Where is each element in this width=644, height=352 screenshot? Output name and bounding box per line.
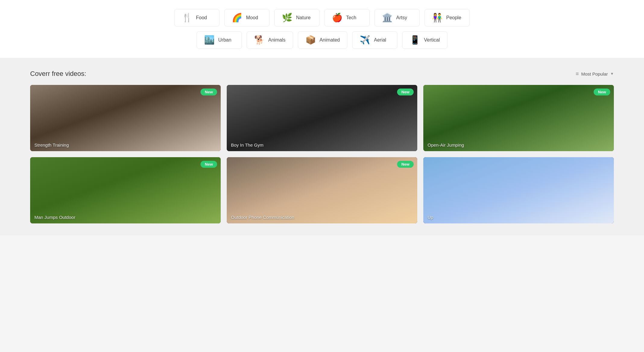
tech-label: Tech xyxy=(346,15,356,20)
urban-icon: 🏙️ xyxy=(204,36,215,44)
category-nature[interactable]: 🌿Nature xyxy=(274,9,320,26)
animated-label: Animated xyxy=(320,37,340,43)
people-icon: 👫 xyxy=(432,14,443,22)
aerial-icon: ✈️ xyxy=(360,36,370,44)
category-tech[interactable]: 🍎Tech xyxy=(324,9,370,26)
video-thumbnail-boy-in-gym: New xyxy=(227,85,417,151)
new-badge-man-jumps-outdoor: New xyxy=(200,161,217,168)
mood-icon: 🌈 xyxy=(232,14,242,22)
video-card-open-air-jumping[interactable]: NewOpen-Air Jumping xyxy=(423,85,614,151)
video-title-open-air-jumping: Open-Air Jumping xyxy=(428,142,464,148)
video-title-up: Up xyxy=(428,215,433,220)
video-card-man-jumps-outdoor[interactable]: NewMan Jumps Outdoor xyxy=(30,157,221,223)
categories-section: 🍴Food🌈Mood🌿Nature🍎Tech🏛️Artsy👫People 🏙️U… xyxy=(0,0,644,58)
category-artsy[interactable]: 🏛️Artsy xyxy=(374,9,420,26)
animated-icon: 📦 xyxy=(305,36,316,44)
video-thumbnail-up xyxy=(423,157,614,223)
new-badge-open-air-jumping: New xyxy=(594,89,610,95)
category-urban[interactable]: 🏙️Urban xyxy=(197,31,242,49)
video-title-outdoor-phone: Outdoor Phone Communication xyxy=(231,215,294,220)
nature-icon: 🌿 xyxy=(282,14,292,22)
animals-label: Animals xyxy=(268,37,286,43)
videos-grid: NewStrength TrainingNewBoy In The GymNew… xyxy=(30,85,614,223)
videos-title: Coverr free videos: xyxy=(30,70,86,78)
category-aerial[interactable]: ✈️Aerial xyxy=(352,31,397,49)
video-card-outdoor-phone[interactable]: NewOutdoor Phone Communication xyxy=(227,157,417,223)
video-thumbnail-open-air-jumping: New xyxy=(423,85,614,151)
categories-row-1: 🍴Food🌈Mood🌿Nature🍎Tech🏛️Artsy👫People xyxy=(54,9,590,26)
urban-label: Urban xyxy=(218,37,232,43)
videos-section: Coverr free videos: ≡ Most Popular ▼ New… xyxy=(0,58,644,235)
new-badge-strength-training: New xyxy=(200,89,217,95)
new-badge-outdoor-phone: New xyxy=(397,161,414,168)
new-badge-boy-in-gym: New xyxy=(397,89,414,95)
people-label: People xyxy=(446,15,461,20)
sort-label: Most Popular xyxy=(581,71,608,76)
category-mood[interactable]: 🌈Mood xyxy=(224,9,270,26)
artsy-icon: 🏛️ xyxy=(382,14,393,22)
video-title-boy-in-gym: Boy In The Gym xyxy=(231,142,264,148)
nature-label: Nature xyxy=(296,15,311,20)
animals-icon: 🐕 xyxy=(254,36,265,44)
vertical-label: Vertical xyxy=(424,37,440,43)
video-thumbnail-strength-training: New xyxy=(30,85,221,151)
video-title-strength-training: Strength Training xyxy=(34,142,69,148)
video-card-boy-in-gym[interactable]: NewBoy In The Gym xyxy=(227,85,417,151)
category-food[interactable]: 🍴Food xyxy=(174,9,219,26)
food-icon: 🍴 xyxy=(182,14,192,22)
category-animated[interactable]: 📦Animated xyxy=(298,31,348,49)
artsy-label: Artsy xyxy=(396,15,407,20)
aerial-label: Aerial xyxy=(374,37,386,43)
category-people[interactable]: 👫People xyxy=(425,9,470,26)
videos-header: Coverr free videos: ≡ Most Popular ▼ xyxy=(30,70,614,78)
chevron-down-icon: ▼ xyxy=(610,72,614,76)
category-vertical[interactable]: 📱Vertical xyxy=(402,31,447,49)
mood-label: Mood xyxy=(246,15,258,20)
vertical-icon: 📱 xyxy=(410,36,420,44)
food-label: Food xyxy=(196,15,207,20)
video-thumbnail-outdoor-phone: New xyxy=(227,157,417,223)
categories-row-2: 🏙️Urban🐕Animals📦Animated✈️Aerial📱Vertica… xyxy=(54,31,590,49)
sort-icon: ≡ xyxy=(576,71,579,77)
video-card-up[interactable]: Up xyxy=(423,157,614,223)
video-thumbnail-man-jumps-outdoor: New xyxy=(30,157,221,223)
video-title-man-jumps-outdoor: Man Jumps Outdoor xyxy=(34,215,75,220)
sort-control[interactable]: ≡ Most Popular ▼ xyxy=(576,71,614,77)
video-card-strength-training[interactable]: NewStrength Training xyxy=(30,85,221,151)
category-animals[interactable]: 🐕Animals xyxy=(247,31,293,49)
tech-icon: 🍎 xyxy=(332,14,343,22)
